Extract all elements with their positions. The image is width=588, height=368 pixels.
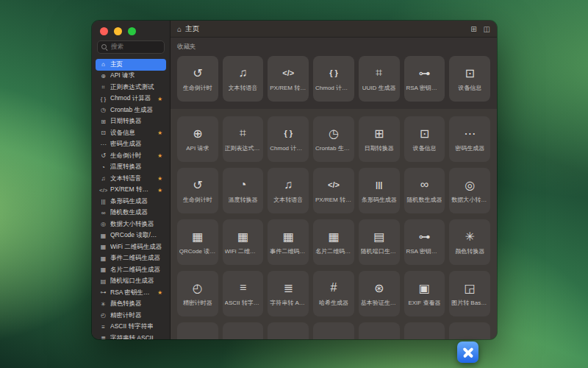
tool-card-label: 哈希生成器	[319, 299, 348, 307]
sidebar-item[interactable]: ✳颜色转换器	[96, 299, 166, 311]
tool-card-label: QRCode 读取/生成器	[179, 247, 216, 255]
sidebar-item[interactable]: ∞随机数生成器	[96, 208, 166, 219]
sidebar-item[interactable]: ◔温度转换器	[96, 162, 166, 174]
tool-card[interactable]: ⊡设备信息	[404, 116, 445, 162]
sidebar-item[interactable]: ≡ASCII 转字符串	[96, 322, 166, 333]
sidebar-item[interactable]: ▦事件二维码生成器	[96, 253, 166, 265]
tool-card-label: Crontab 生成器	[315, 144, 352, 152]
grid-view-icon[interactable]: ⊞	[470, 25, 476, 33]
sidebar-item[interactable]: ♫文本转语音★	[96, 173, 166, 185]
sidebar-item[interactable]: </>PX/REM 转换器★	[96, 185, 166, 197]
tool-card[interactable]: ◎数据大小转换器	[449, 168, 490, 213]
tool-card[interactable]: ◍	[313, 322, 354, 339]
tools-section: ⊕API 请求⌗正则表达式测试{ }Chmod 计算器◷Crontab 生成器⊞…	[171, 109, 497, 339]
tool-card[interactable]: ◲图片转 Base64	[449, 271, 490, 316]
tool-card[interactable]: ⊡设备信息	[449, 56, 490, 102]
braces-icon: { }	[284, 126, 293, 141]
tool-card[interactable]: ⋯密码生成器	[449, 116, 490, 162]
tool-card-label: 图片转 Base64	[451, 299, 488, 307]
tool-card[interactable]: ⊛基本验证生成器	[359, 271, 400, 316]
tool-card[interactable]: ▦事件二维码生成器	[268, 219, 309, 265]
favorite-star-icon: ★	[157, 187, 162, 194]
tool-card[interactable]: ⊶RSA 密钥生成器	[404, 56, 445, 102]
tool-card[interactable]: ◷Crontab 生成器	[313, 116, 354, 162]
tool-card[interactable]: ▧	[449, 322, 490, 339]
sidebar-item-label: QRCode 读取/生成器	[110, 231, 162, 240]
tool-card[interactable]: ▤随机端口生成器	[359, 219, 400, 265]
tool-card[interactable]: #哈希生成器	[313, 271, 354, 316]
tool-card[interactable]: ▦名片二维码生成器	[313, 219, 354, 265]
tool-card[interactable]: ⊕API 请求	[177, 116, 218, 162]
tool-card[interactable]: |||条形码生成器	[359, 168, 400, 213]
uuid-icon: ⌗	[376, 66, 382, 80]
key-icon: ⊶	[418, 229, 430, 244]
tool-card[interactable]: ✳颜色转换器	[449, 219, 490, 265]
tool-card-label: 正则表达式测试	[225, 144, 262, 152]
tool-card[interactable]: ≡	[223, 322, 264, 339]
tool-card[interactable]: ⌗正则表达式测试	[223, 116, 264, 162]
tool-card-label: 生命倒计时	[183, 84, 212, 92]
sidebar-item[interactable]: ⊞日期转换器	[96, 116, 166, 128]
sidebar-item[interactable]: ◴精密计时器	[96, 310, 166, 322]
tool-card[interactable]: ∞随机数生成器	[404, 168, 445, 213]
sidebar-item-label: 精密计时器	[110, 311, 162, 320]
tool-card[interactable]: ⌗UUID 生成器	[359, 56, 400, 102]
barcode-icon: |||	[376, 177, 382, 192]
sidebar-item[interactable]: ▦QRCode 读取/生成器	[96, 230, 166, 242]
minimize-button[interactable]	[114, 27, 122, 35]
sidebar-item[interactable]: ↺生命倒计时★	[96, 150, 166, 162]
tool-card-label: 随机数生成器	[406, 196, 442, 204]
tool-card[interactable]: ▦WiFi 二维码生成器	[223, 219, 264, 265]
tool-card[interactable]: </>PX/REM 转换器	[268, 56, 309, 102]
sidebar-item[interactable]: ▦WiFi 二维码生成器	[96, 241, 166, 253]
tool-card[interactable]: ▤	[268, 322, 309, 339]
sidebar-item[interactable]: ▤随机端口生成器	[96, 276, 166, 288]
tool-card[interactable]: ▦QRCode 读取/生成器	[177, 219, 218, 265]
tool-card[interactable]: ≣字符串转 ASCII	[268, 271, 309, 316]
sidebar-item[interactable]: ≣字符串转 ASCII	[96, 333, 166, 339]
password-dots-icon: ⋯	[464, 126, 476, 141]
tool-card[interactable]: ⊞日期转换器	[359, 116, 400, 162]
search-input[interactable]: 搜索	[97, 40, 165, 54]
tool-card[interactable]: Uni	[359, 322, 400, 339]
password-dots-icon: ⋯	[99, 141, 107, 148]
tool-card-label: PX/REM 转换器	[270, 84, 306, 92]
text-to-speech-icon: ♫	[99, 175, 107, 182]
sidebar-item[interactable]: ◎数据大小转换器	[96, 219, 166, 230]
tool-card[interactable]: ◴精密计时器	[177, 271, 218, 316]
sidebar-item[interactable]: ⌂主页	[96, 59, 166, 71]
tool-card-label: 日期转换器	[365, 144, 394, 152]
tool-card[interactable]: </>PX/REM 转换器	[313, 168, 354, 213]
tool-card[interactable]: { }Chmod 计算器	[313, 56, 354, 102]
tool-card[interactable]: { }Chmod 计算器	[268, 116, 309, 162]
sidebar-item[interactable]: ⋯密码生成器	[96, 139, 166, 151]
sidebar-item[interactable]: { }Chmod 计算器★	[96, 93, 166, 105]
vcard-qrcode-icon: ▦	[328, 229, 339, 244]
tool-card[interactable]: ◔温度转换器	[223, 168, 264, 213]
tool-card[interactable]: ▣EXIF 查看器	[404, 271, 445, 316]
tool-card[interactable]: ↺生命倒计时	[177, 168, 218, 213]
sidebar-item[interactable]: ⌗正则表达式测试	[96, 82, 166, 93]
sidebar-item[interactable]: |||条形码生成器	[96, 196, 166, 208]
sidebar-item[interactable]: ▦名片二维码生成器	[96, 264, 166, 276]
countdown-clock-icon: ↺	[99, 152, 107, 159]
sidebar-item[interactable]: ◷Crontab 生成器	[96, 105, 166, 116]
ascii-list-icon: ≡	[240, 280, 246, 295]
tool-card[interactable]: ♫文本转语音	[223, 56, 264, 102]
dock-app-icon[interactable]	[457, 342, 478, 363]
tool-card-label: API 请求	[186, 144, 209, 152]
zoom-button[interactable]	[128, 27, 136, 35]
sidebar-item[interactable]: ⊶RSA 密钥生成器★	[96, 287, 166, 299]
close-button[interactable]	[100, 27, 108, 35]
sidebar-item-label: 数据大小转换器	[110, 220, 162, 229]
tool-card[interactable]: ♫文本转语音	[268, 168, 309, 213]
sidebar-toggle-icon[interactable]: ◫	[484, 25, 490, 33]
sidebar-item[interactable]: ⊕API 请求	[96, 71, 166, 82]
tool-card[interactable]: ⊶RSA 密钥生成器	[404, 219, 445, 265]
sidebar-item[interactable]: ⊡设备信息★	[96, 127, 166, 139]
sidebar-item-label: 随机端口生成器	[110, 277, 162, 286]
tool-card[interactable]: ↻	[177, 322, 218, 339]
tool-card[interactable]: Aa	[404, 322, 445, 339]
tool-card[interactable]: ↺生命倒计时	[177, 56, 218, 102]
tool-card[interactable]: ≡ASCII 转字符串	[223, 271, 264, 316]
